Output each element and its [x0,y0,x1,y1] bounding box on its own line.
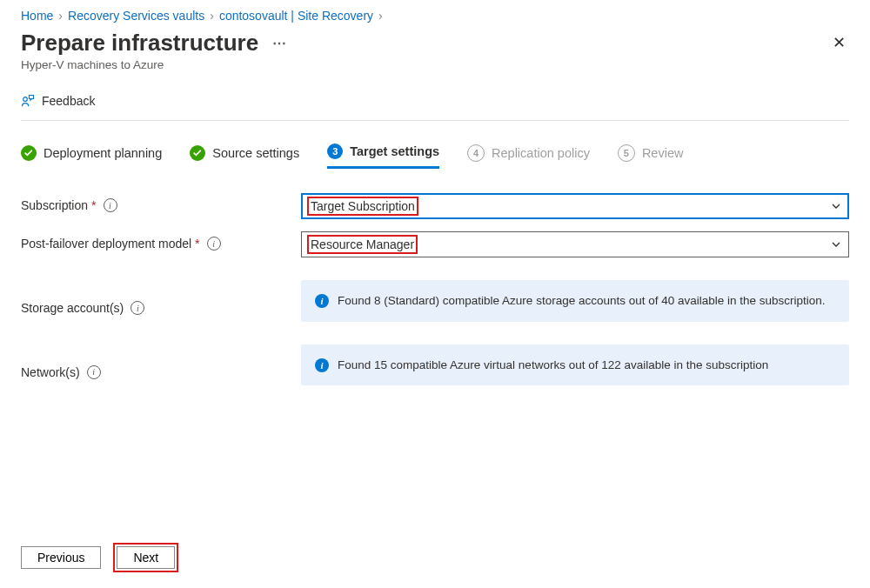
step-label: Replication policy [492,146,590,160]
page-subtitle: Hyper-V machines to Azure [21,58,288,71]
chevron-right-icon: › [58,9,63,23]
breadcrumb-contosovault[interactable]: contosovault | Site Recovery [219,9,373,23]
breadcrumb-vaults[interactable]: Recovery Services vaults [68,9,204,23]
step-source-settings[interactable]: Source settings [190,145,299,168]
svg-point-0 [23,97,28,102]
info-icon[interactable]: i [87,365,101,379]
person-feedback-icon [21,94,35,108]
chevron-right-icon: › [210,9,214,23]
wizard-stepper: Deployment planning Source settings 3 Ta… [21,144,849,177]
command-bar: Feedback [21,85,849,121]
breadcrumb-home[interactable]: Home [21,9,53,23]
more-actions-icon[interactable]: ⋯ [272,35,288,51]
previous-button[interactable]: Previous [21,546,101,569]
networks-info-text: Found 15 compatible Azure virtual networ… [338,357,768,374]
deployment-model-label: Post-failover deployment model * i [21,231,301,251]
step-target-settings[interactable]: 3 Target settings [327,144,439,169]
step-label: Target settings [350,144,439,158]
feedback-button[interactable]: Feedback [21,94,95,108]
target-settings-form: Subscription * i Target Subscription Pos… [21,193,849,385]
step-label: Deployment planning [44,146,162,160]
feedback-label: Feedback [42,94,95,108]
checkmark-icon [21,145,37,161]
required-asterisk: * [195,237,199,251]
step-review[interactable]: 5 Review [618,144,684,169]
step-replication-policy[interactable]: 4 Replication policy [467,144,590,169]
networks-info-callout: i Found 15 compatible Azure virtual netw… [301,344,849,386]
step-number-badge: 3 [327,144,343,159]
step-label: Review [642,146,684,160]
chevron-down-icon [831,239,841,250]
step-number-badge: 4 [467,144,485,162]
info-solid-icon: i [315,294,329,308]
chevron-down-icon [831,201,841,211]
step-label: Source settings [212,146,299,160]
wizard-footer: Previous Next [21,546,175,569]
page-title: Prepare infrastructure [21,30,258,57]
checkmark-icon [190,145,205,161]
chevron-right-icon: › [378,9,383,23]
info-solid-icon: i [315,358,329,372]
subscription-label: Subscription * i [21,193,301,212]
networks-label: Network(s) i [21,344,301,379]
next-button[interactable]: Next [117,546,175,569]
step-number-badge: 5 [618,144,635,162]
breadcrumb: Home › Recovery Services vaults › contos… [21,9,849,23]
info-icon[interactable]: i [104,198,117,212]
info-icon[interactable]: i [130,301,144,315]
close-icon[interactable]: ✕ [829,30,849,56]
step-deployment-planning[interactable]: Deployment planning [21,145,162,168]
storage-info-text: Found 8 (Standard) compatible Azure stor… [338,292,826,310]
deployment-model-dropdown[interactable]: Resource Manager [301,231,849,257]
storage-accounts-label: Storage account(s) i [21,280,301,315]
info-icon[interactable]: i [207,237,221,251]
subscription-value: Target Subscription [311,199,415,213]
storage-info-callout: i Found 8 (Standard) compatible Azure st… [301,280,849,322]
subscription-dropdown[interactable]: Target Subscription [301,193,849,219]
required-asterisk: * [91,198,96,212]
deployment-model-value: Resource Manager [311,237,414,251]
